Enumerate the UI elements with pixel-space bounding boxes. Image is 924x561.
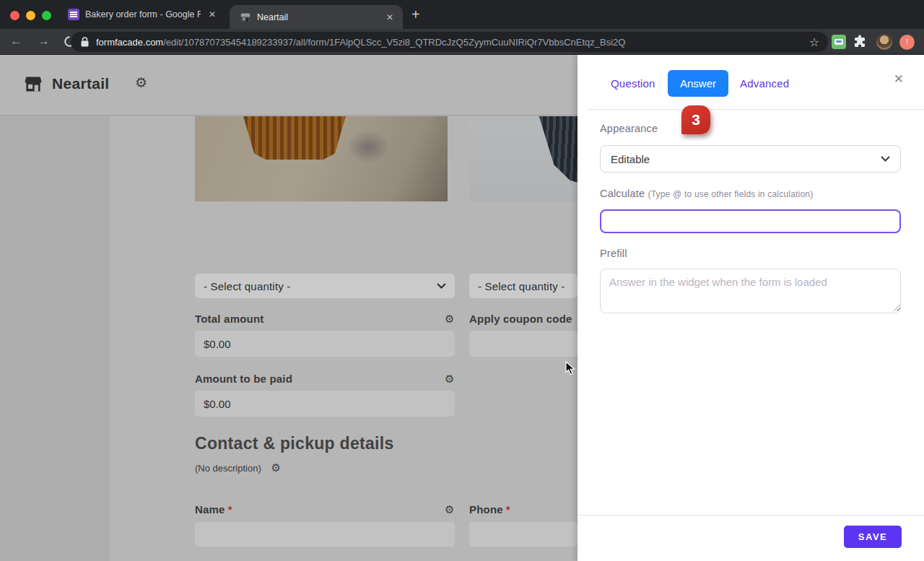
tab-neartail[interactable]: Neartail ✕ (230, 5, 403, 29)
field-settings-panel: Question Answer Advanced ✕ 3 Appearance … (578, 55, 924, 561)
name-input[interactable] (195, 522, 455, 547)
cupcake-wrapper-shape (518, 116, 578, 192)
url-host: formfacade.com (96, 37, 163, 48)
cupcake-wrapper-shape (222, 116, 367, 160)
required-asterisk: * (228, 503, 232, 516)
amount-paid-value: $0.00 (204, 398, 231, 410)
browser-toolbar: ← → formfacade.com/edit/1078707354541892… (0, 29, 924, 55)
quantity-select-1[interactable]: - Select quantity - (195, 274, 455, 298)
panel-divider (588, 109, 924, 110)
step-3-badge: 3 (681, 105, 710, 134)
tab-close-icon[interactable]: ✕ (206, 9, 218, 19)
select-placeholder: - Select quantity - (478, 280, 565, 292)
page-background (0, 116, 110, 561)
background-stain (346, 131, 390, 163)
section-description: (No description) ⚙ (195, 461, 281, 474)
storefront-icon (23, 74, 43, 94)
browser-tab-strip: Bakery order form - Google For ✕ Neartai… (0, 0, 924, 29)
tab-title: Bakery order form - Google For (85, 9, 201, 19)
tab-bakery-order-form[interactable]: Bakery order form - Google For ✕ (58, 0, 225, 29)
mouse-cursor (565, 361, 577, 375)
macos-close-button[interactable] (10, 11, 19, 20)
tab-answer-label: Answer (680, 77, 716, 90)
product-image-cupcake-dark (469, 116, 578, 201)
tab-answer[interactable]: Answer (668, 70, 728, 97)
field-gear-icon[interactable]: ⚙ (445, 313, 454, 326)
product-image-cupcake-brown (195, 116, 448, 201)
settings-gear-icon[interactable]: ⚙ (135, 74, 147, 91)
phone-label: Phone* (469, 503, 510, 516)
appearance-value: Editable (611, 153, 650, 165)
coupon-input[interactable] (469, 331, 578, 357)
phone-label-text: Phone (469, 503, 503, 516)
textarea-resize-handle[interactable] (894, 305, 900, 311)
prefill-textarea[interactable] (600, 269, 901, 313)
lock-icon (81, 37, 89, 47)
total-amount-value: $0.00 (204, 338, 231, 350)
select-placeholder: - Select quantity - (204, 280, 291, 292)
field-gear-icon[interactable]: ⚙ (445, 373, 454, 386)
address-bar[interactable]: formfacade.com/edit/10787073545418923393… (71, 32, 828, 52)
url-text: formfacade.com/edit/10787073545418923393… (96, 37, 809, 48)
tab-title: Neartail (257, 12, 378, 22)
chevron-down-icon (881, 156, 890, 162)
extension-streak-icon[interactable] (832, 35, 846, 49)
section-gear-icon[interactable]: ⚙ (271, 461, 280, 474)
storefront-icon (240, 12, 251, 23)
app-header: Neartail ⚙ (0, 55, 578, 116)
calculate-input[interactable] (600, 209, 901, 233)
macos-minimize-button[interactable] (26, 11, 35, 20)
coupon-label: Apply coupon code (469, 313, 572, 325)
back-icon[interactable]: ← (10, 34, 22, 48)
prefill-label: Prefill (600, 248, 627, 259)
bookmark-star-icon[interactable]: ☆ (809, 35, 819, 49)
name-label-text: Name (195, 503, 225, 516)
phone-input[interactable] (469, 522, 578, 547)
calculate-label-text: Calculate (600, 188, 645, 199)
page-content: Neartail ⚙ - Select quantity - - Select … (0, 55, 924, 561)
calculate-label: Calculate (Type @ to use other fields in… (600, 188, 813, 199)
tab-close-icon[interactable]: ✕ (384, 12, 396, 22)
total-amount-label: Total amount (195, 313, 263, 325)
required-asterisk: * (506, 503, 510, 516)
appearance-select[interactable]: Editable (600, 145, 901, 173)
extensions-puzzle-icon[interactable] (853, 35, 867, 48)
section-title: Contact & pickup details (195, 434, 394, 453)
account-sync-icon[interactable] (899, 35, 915, 50)
profile-avatar[interactable] (876, 34, 892, 50)
close-icon[interactable]: ✕ (894, 71, 904, 87)
forward-icon[interactable]: → (38, 34, 50, 48)
amount-paid-label: Amount to be paid (195, 373, 292, 385)
brand-name: Neartail (52, 75, 109, 92)
chevron-down-icon (437, 283, 446, 289)
amount-paid-input[interactable]: $0.00 (195, 391, 455, 417)
macos-zoom-button[interactable] (42, 11, 51, 20)
form-editor-page: Neartail ⚙ - Select quantity - - Select … (0, 55, 578, 561)
quantity-select-2[interactable]: - Select quantity - (469, 274, 578, 298)
total-amount-input[interactable]: $0.00 (195, 331, 455, 357)
appearance-label: Appearance (600, 123, 658, 134)
tab-advanced[interactable]: Advanced (740, 77, 789, 90)
calculate-hint: (Type @ to use other fields in calculati… (648, 189, 813, 199)
name-label: Name* (195, 503, 232, 516)
new-tab-button[interactable]: + (411, 7, 420, 22)
google-forms-icon (68, 9, 79, 20)
url-path: /edit/107870735454189233937/all/form/1FA… (163, 37, 625, 48)
save-button[interactable]: SAVE (844, 526, 902, 548)
field-gear-icon[interactable]: ⚙ (445, 503, 454, 516)
tab-question[interactable]: Question (611, 77, 655, 90)
form-card: - Select quantity - - Select quantity - … (110, 116, 578, 561)
panel-footer-divider (578, 515, 924, 516)
no-description-text: (No description) (195, 463, 261, 474)
